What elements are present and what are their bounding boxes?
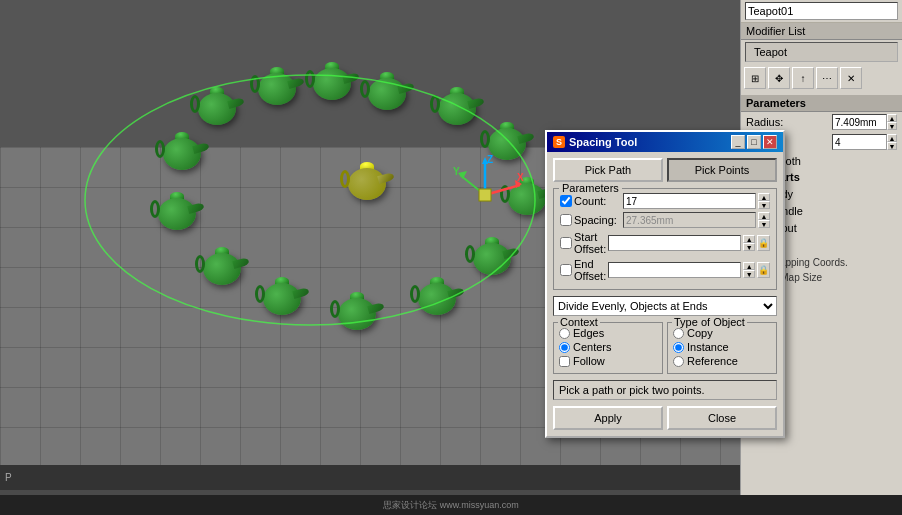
object-name-input[interactable]: [745, 2, 898, 20]
spacing-down[interactable]: ▼: [758, 220, 770, 228]
spacing-spinners: ▲ ▼: [758, 212, 770, 228]
pick-path-btn[interactable]: Pick Path: [553, 158, 663, 182]
reference-radio[interactable]: [673, 356, 684, 367]
start-offset-up[interactable]: ▲: [743, 235, 755, 243]
bottom-bar: P: [0, 465, 740, 490]
spacing-param-row: Spacing: ▲ ▼: [560, 212, 770, 228]
count-down[interactable]: ▼: [758, 201, 770, 209]
count-param-row: Count: ▲ ▼: [560, 193, 770, 209]
radius-up[interactable]: ▲: [887, 114, 897, 122]
watermark-text: 思家设计论坛 www.missyuan.com: [383, 499, 519, 512]
dialog-bottom-buttons: Apply Close: [553, 406, 777, 430]
start-offset-row: Start Offset: ▲ ▼ 🔒: [560, 231, 770, 255]
end-offset-lock[interactable]: 🔒: [757, 262, 770, 278]
instance-radio[interactable]: [673, 342, 684, 353]
dialog-titlebar[interactable]: S Spacing Tool _ □ ✕: [547, 132, 783, 152]
centers-label: Centers: [573, 341, 612, 353]
follow-checkbox[interactable]: [559, 356, 570, 367]
two-groups: Context Edges Centers Follow Type of Obj…: [553, 322, 777, 374]
radius-input[interactable]: [832, 114, 887, 130]
edges-radio[interactable]: [559, 328, 570, 339]
count-input[interactable]: [623, 193, 756, 209]
start-offset-down[interactable]: ▼: [743, 243, 755, 251]
viewport-label: P: [5, 472, 12, 483]
toolbar-btn-4[interactable]: ⋯: [816, 67, 838, 89]
instance-label: Instance: [687, 341, 729, 353]
copy-label: Copy: [687, 327, 713, 339]
reference-label: Reference: [687, 355, 738, 367]
toolbar-btn-3[interactable]: ↑: [792, 67, 814, 89]
pick-points-btn[interactable]: Pick Points: [667, 158, 777, 182]
follow-label: Follow: [573, 355, 605, 367]
spacing-checkbox[interactable]: [560, 214, 572, 226]
type-group-title: Type of Object: [672, 316, 747, 328]
end-offset-down[interactable]: ▼: [743, 270, 755, 278]
segments-up[interactable]: ▲: [887, 134, 897, 142]
end-offset-row: End Offset: ▲ ▼ 🔒: [560, 258, 770, 282]
copy-radio[interactable]: [673, 328, 684, 339]
status-text: Pick a path or pick two points.: [559, 384, 705, 396]
copy-radio-row: Copy: [673, 327, 771, 339]
start-offset-label: Start Offset:: [574, 231, 606, 255]
dialog-minimize-btn[interactable]: _: [731, 135, 745, 149]
dialog-close-btn[interactable]: ✕: [763, 135, 777, 149]
dialog-controls: _ □ ✕: [731, 135, 777, 149]
end-offset-input[interactable]: [608, 262, 741, 278]
count-checkbox[interactable]: [560, 195, 572, 207]
start-offset-checkbox[interactable]: [560, 237, 572, 249]
follow-radio-row: Follow: [559, 355, 657, 367]
close-btn[interactable]: Close: [667, 406, 777, 430]
end-offset-up[interactable]: ▲: [743, 262, 755, 270]
start-offset-spinners: ▲ ▼: [743, 235, 755, 251]
toolbar-row: ⊞ ✥ ↑ ⋯ ✕: [741, 64, 902, 92]
radius-row: Radius: ▲ ▼: [741, 112, 902, 132]
end-offset-spinners: ▲ ▼: [743, 262, 755, 278]
dialog-restore-btn[interactable]: □: [747, 135, 761, 149]
spacing-tool-icon: S: [553, 136, 565, 148]
edges-label: Edges: [573, 327, 604, 339]
centers-radio[interactable]: [559, 342, 570, 353]
centers-radio-row: Centers: [559, 341, 657, 353]
count-up[interactable]: ▲: [758, 193, 770, 201]
context-group-title: Context: [558, 316, 600, 328]
dialog-title: Spacing Tool: [569, 136, 637, 148]
count-spinners: ▲ ▼: [758, 193, 770, 209]
end-offset-label: End Offset:: [574, 258, 606, 282]
status-bar: Pick a path or pick two points.: [553, 380, 777, 400]
distribute-dropdown[interactable]: Divide Evenly, Objects at Ends: [553, 296, 777, 316]
segments-input[interactable]: [832, 134, 887, 150]
watermark: 思家设计论坛 www.missyuan.com: [0, 495, 902, 515]
count-label: Count:: [574, 195, 621, 207]
toolbar-btn-1[interactable]: ⊞: [744, 67, 766, 89]
radius-down[interactable]: ▼: [887, 122, 897, 130]
path-ellipse: [50, 60, 550, 360]
dialog-top-buttons: Pick Path Pick Points: [553, 158, 777, 182]
distribute-dropdown-row: Divide Evenly, Objects at Ends: [553, 296, 777, 316]
toolbar-btn-5[interactable]: ✕: [840, 67, 862, 89]
object-name-row: [741, 0, 902, 23]
end-offset-checkbox[interactable]: [560, 264, 572, 276]
dialog-title-area: S Spacing Tool: [553, 136, 637, 148]
reference-radio-row: Reference: [673, 355, 771, 367]
spacing-label: Spacing:: [574, 214, 621, 226]
dialog-body: Pick Path Pick Points Parameters Count: …: [547, 152, 783, 436]
toolbar-btn-2[interactable]: ✥: [768, 67, 790, 89]
modifier-item-teapot[interactable]: Teapot: [745, 42, 898, 62]
apply-btn[interactable]: Apply: [553, 406, 663, 430]
instance-radio-row: Instance: [673, 341, 771, 353]
spacing-input[interactable]: [623, 212, 756, 228]
parameters-group: Parameters Count: ▲ ▼ Spacing: ▲ ▼: [553, 188, 777, 290]
svg-point-10: [85, 75, 535, 325]
start-offset-lock[interactable]: 🔒: [757, 235, 770, 251]
segments-down[interactable]: ▼: [887, 142, 897, 150]
start-offset-input[interactable]: [608, 235, 741, 251]
context-group: Context Edges Centers Follow: [553, 322, 663, 374]
modifier-list-header: Modifier List: [741, 23, 902, 40]
type-of-object-group: Type of Object Copy Instance Reference: [667, 322, 777, 374]
parameters-group-title: Parameters: [559, 182, 622, 194]
spacing-tool-dialog: S Spacing Tool _ □ ✕ Pick Path Pick Poin…: [545, 130, 785, 438]
spacing-up[interactable]: ▲: [758, 212, 770, 220]
edges-radio-row: Edges: [559, 327, 657, 339]
radius-label: Radius:: [746, 116, 832, 128]
modifier-list-label: Modifier List: [746, 25, 805, 37]
